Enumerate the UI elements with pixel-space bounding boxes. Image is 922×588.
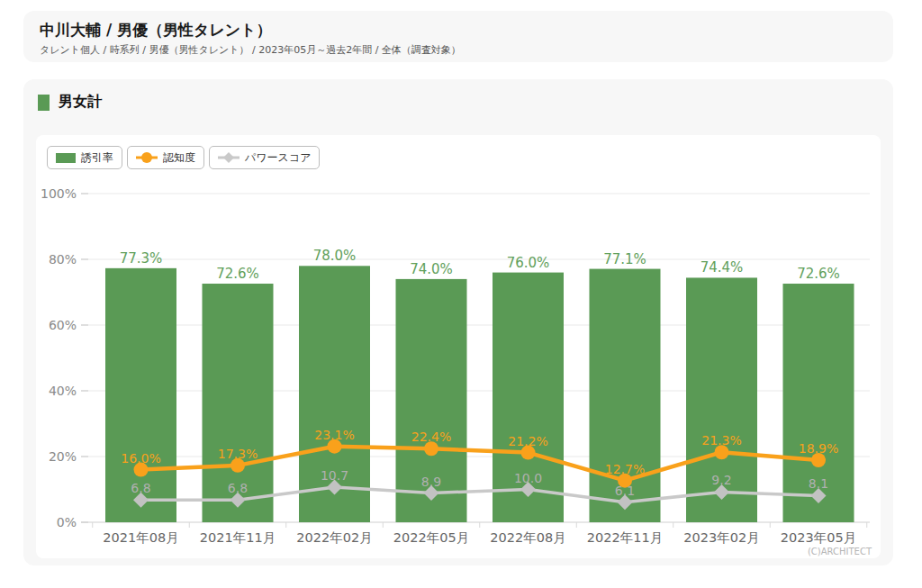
svg-text:76.0%: 76.0% [507, 255, 550, 271]
line-diamond-swatch-icon [218, 151, 240, 164]
section-marker-icon [38, 95, 50, 111]
line-circle-swatch-icon [136, 151, 158, 164]
svg-text:72.6%: 72.6% [216, 266, 259, 282]
svg-text:2023年05月: 2023年05月 [781, 530, 856, 545]
svg-text:60%: 60% [49, 318, 77, 332]
legend-item-line-series-2[interactable]: パワースコア [209, 146, 320, 169]
copyright-note: (C)ARCHITECT [808, 547, 872, 556]
svg-text:100%: 100% [41, 186, 77, 201]
chart-panel: 誘引率 認知度 パワースコア 0%20%40%60%80%100%77.3%72… [36, 135, 881, 558]
svg-text:78.0%: 78.0% [313, 248, 357, 264]
svg-text:2021年11月: 2021年11月 [200, 530, 276, 545]
report-header-card: 中川大輔 / 男優（男性タレント） タレント個人 / 時系列 / 男優（男性タレ… [23, 11, 893, 62]
svg-text:20%: 20% [49, 449, 77, 464]
legend-label: 誘引率 [81, 150, 113, 166]
svg-text:2021年08月: 2021年08月 [103, 530, 178, 545]
svg-text:2022年08月: 2022年08月 [490, 530, 565, 545]
page-title: 中川大輔 / 男優（男性タレント） [40, 19, 877, 41]
legend-item-bar-series[interactable]: 誘引率 [47, 146, 122, 169]
svg-text:0%: 0% [57, 515, 77, 529]
svg-text:40%: 40% [49, 384, 77, 398]
breadcrumb: タレント個人 / 時系列 / 男優（男性タレント） / 2023年05月～過去2… [40, 43, 877, 57]
chart-canvas: 0%20%40%60%80%100%77.3%72.6%78.0%74.0%76… [36, 175, 881, 553]
bar-swatch-icon [56, 153, 76, 163]
svg-text:72.6%: 72.6% [797, 266, 840, 282]
legend-label: 認知度 [163, 150, 195, 166]
svg-text:80%: 80% [49, 252, 77, 267]
legend-item-line-series-1[interactable]: 認知度 [127, 146, 204, 169]
section-title: 男女計 [59, 93, 102, 112]
section-header: 男女計 [23, 79, 893, 112]
svg-text:2023年02月: 2023年02月 [683, 530, 759, 545]
chart-card: 男女計 誘引率 認知度 パワースコア [23, 79, 893, 565]
legend-label: パワースコア [245, 150, 311, 166]
svg-text:2022年05月: 2022年05月 [393, 530, 469, 545]
svg-text:2022年02月: 2022年02月 [296, 530, 372, 545]
svg-text:77.1%: 77.1% [603, 251, 646, 267]
svg-text:2022年11月: 2022年11月 [587, 530, 663, 545]
svg-text:74.4%: 74.4% [701, 259, 744, 276]
svg-text:74.0%: 74.0% [410, 261, 453, 277]
chart-legend: 誘引率 認知度 パワースコア [47, 146, 320, 169]
svg-text:77.3%: 77.3% [120, 250, 163, 267]
